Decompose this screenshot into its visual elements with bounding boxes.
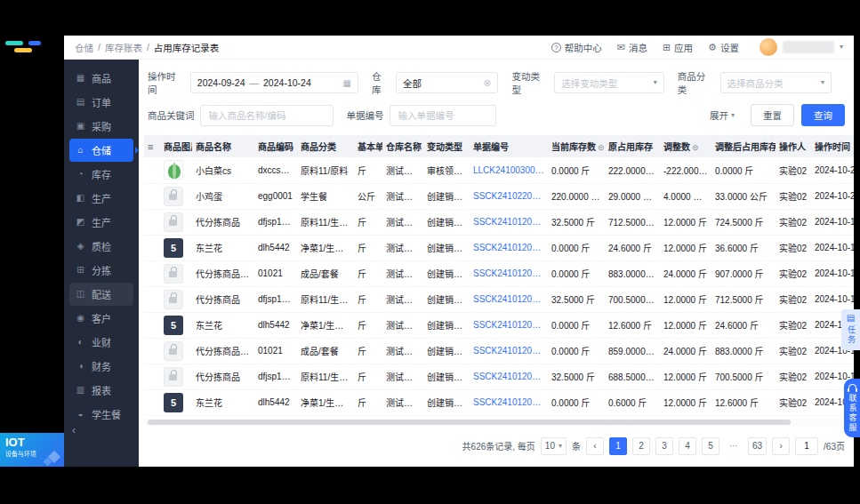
doc-no-filter: 单据编号: [347, 105, 496, 126]
task-tab-label: 任务: [847, 325, 855, 345]
cell-name: 代分拣商品-单位换算: [192, 260, 254, 286]
table-row: 5东兰花dlh5442净菜1/生鲜shu菜类...斤测试仓库5创建销售出库SSC…: [144, 235, 854, 260]
cell-unit: 斤: [354, 338, 382, 364]
cell-operator: 实验02: [776, 260, 811, 286]
cell-doc-no[interactable]: SSCK24101200002: [470, 312, 548, 338]
sidebar-item-customers[interactable]: ◉客户: [69, 307, 133, 330]
table-row: 代分拣商品dfjsp1607原料11/生鲜类斤测试仓库5创建销售出库SSCK24…: [144, 286, 854, 312]
sidebar-item-student-meal[interactable]: ◒学生餐: [69, 403, 133, 426]
sidebar-item-label: 质检: [92, 239, 111, 253]
column-header: 操作时间: [811, 135, 854, 157]
sidebar-item-delivery[interactable]: ◫配送: [69, 283, 133, 306]
sidebar-item-label: 业财: [92, 335, 111, 349]
column-header: 当前库存数⊙: [548, 135, 605, 157]
clear-icon[interactable]: ⊗: [483, 77, 491, 89]
sidebar-item-quality[interactable]: ◈质检: [69, 235, 133, 258]
change-type-select[interactable]: 选择变动类型 ▾: [554, 72, 664, 93]
cell-orig-occupied: 859.0000 斤: [605, 338, 660, 364]
page-size-select[interactable]: 10 ▾: [541, 437, 567, 455]
page-jump-input[interactable]: [795, 437, 818, 455]
cell-doc-no[interactable]: SSCK24101200004: [470, 209, 548, 235]
product-image-locked: [164, 212, 183, 232]
doc-no-input[interactable]: [397, 109, 489, 122]
cell-unit: 斤: [354, 235, 382, 260]
cell-doc-no[interactable]: SSCK24101200002: [470, 364, 548, 389]
contact-support-button[interactable]: 联系客服: [844, 379, 860, 437]
sidebar-item-goods[interactable]: ▦商品: [69, 67, 133, 90]
column-header: 调整后占用库存: [711, 135, 776, 157]
sidebar-item-reports[interactable]: ▥报表: [69, 379, 133, 402]
cell-operator: 实验02: [776, 312, 811, 338]
breadcrumb-item[interactable]: 仓储: [75, 41, 93, 54]
messages-button[interactable]: ✉ 消息: [617, 41, 647, 54]
sidebar-item-production[interactable]: ◧生产: [69, 187, 133, 210]
cell-doc-no[interactable]: LLCK24100300001: [470, 157, 548, 183]
product-image-number: 5: [164, 316, 183, 335]
table-row: 代分拣商品-单位换算01021成品/套餐斤测试仓库5创建销售出库SSCK2410…: [144, 338, 854, 364]
records-table: ≡商品图片商品名称商品编码商品分类基本单位仓库名称变动类型单据编号当前库存数⊙原…: [144, 135, 854, 416]
expand-toggle[interactable]: 展开 ▾: [710, 108, 735, 122]
page-button[interactable]: 5: [702, 437, 719, 455]
date-from-value[interactable]: 2024-09-24: [197, 77, 245, 88]
page-button[interactable]: 2: [632, 437, 650, 455]
category-select[interactable]: 选择商品分类 ▾: [720, 72, 832, 93]
cell-warehouse: 测试仓库5: [382, 338, 423, 364]
cell-doc-no[interactable]: SSCK24101200001: [470, 389, 548, 415]
sidebar-item-inventory[interactable]: ◔库存: [69, 163, 133, 186]
message-icon: ✉: [617, 43, 625, 52]
sidebar-item-sorting[interactable]: ⊞分拣: [69, 259, 133, 282]
user-menu[interactable]: ▾: [760, 38, 843, 56]
page-button[interactable]: 3: [655, 437, 673, 455]
delivery-icon: ◫: [76, 290, 85, 299]
page-size-unit: 条: [572, 439, 581, 452]
page-button[interactable]: 63: [748, 437, 767, 455]
scrollbar-thumb[interactable]: [148, 420, 791, 425]
help-center-button[interactable]: ? 帮助中心: [551, 41, 602, 54]
cell-doc-no[interactable]: SSCK24102200001: [470, 183, 548, 209]
cell-warehouse: 测试仓库5: [382, 312, 423, 338]
search-button[interactable]: 查询: [801, 104, 845, 126]
cell-code: dfjsp1607: [254, 286, 297, 312]
sidebar-item-purchase[interactable]: ▣采购: [69, 115, 133, 138]
filter-icon[interactable]: ⊙: [692, 143, 699, 152]
sidebar-item-label: 财务: [92, 359, 111, 373]
sidebar-item-warehouse[interactable]: ⌂仓储: [69, 139, 133, 162]
date-range-picker[interactable]: 2024-09-24 — 2024-10-24 ▦: [190, 72, 358, 93]
sidebar-item-biz-finance[interactable]: ◐业财: [69, 331, 133, 354]
keyword-input[interactable]: [207, 109, 326, 122]
settings-button[interactable]: ⚙ 设置: [708, 41, 739, 54]
cell-operator: 实验02: [776, 338, 811, 364]
sidebar-item-finance[interactable]: ◑财务: [69, 355, 133, 378]
page-button[interactable]: 1: [609, 437, 627, 455]
biz-finance-icon: ◐: [76, 338, 85, 347]
filter-icon[interactable]: ⊙: [598, 143, 605, 152]
breadcrumb-item[interactable]: 库存账表: [105, 41, 142, 54]
date-to-value[interactable]: 2024-10-24: [263, 77, 311, 88]
table-row: 代分拣商品dfjsp1607原料11/生鲜类斤测试仓库5创建销售出库SSCK24…: [144, 209, 854, 235]
cell-orig-occupied: 222.0000 斤: [605, 157, 660, 183]
page-button[interactable]: 4: [679, 437, 696, 455]
cell-warehouse: 测试仓库5: [382, 364, 423, 389]
page-size-value: 10: [545, 441, 555, 451]
sidebar-collapse-icon[interactable]: ‹: [72, 424, 76, 436]
cell-doc-no[interactable]: SSCK24101200003: [470, 286, 548, 312]
sidebar-item-orders[interactable]: ▤订单: [69, 91, 133, 114]
apps-button[interactable]: ⊞ 应用: [663, 41, 693, 54]
cell-name: 代分拣商品: [192, 286, 254, 312]
column-settings-icon[interactable]: ≡: [148, 141, 153, 152]
sidebar-item-production-alt[interactable]: ◩生产: [69, 211, 133, 234]
cell-change-type: 创建销售出库: [423, 260, 470, 286]
cell-op-time: 2024-10-1: [811, 286, 854, 312]
task-panel-tab[interactable]: ▤ 任务: [841, 309, 860, 350]
next-page-button[interactable]: ›: [772, 437, 790, 455]
prev-page-button[interactable]: ‹: [586, 437, 604, 455]
cell-doc-no[interactable]: SSCK24101200003: [470, 235, 548, 260]
column-header-label: 商品分类: [301, 142, 336, 152]
cell-doc-no[interactable]: SSCK24101200002: [470, 338, 548, 364]
cell-doc-no[interactable]: SSCK24101200003: [470, 260, 548, 286]
product-image-number: 5: [164, 238, 183, 258]
reset-button[interactable]: 重置: [751, 104, 794, 126]
change-type-label: 变动类型: [511, 69, 549, 96]
warehouse-select[interactable]: 全部 ⊗: [396, 72, 499, 93]
records-summary: 共626条记录, 每页: [462, 439, 535, 452]
